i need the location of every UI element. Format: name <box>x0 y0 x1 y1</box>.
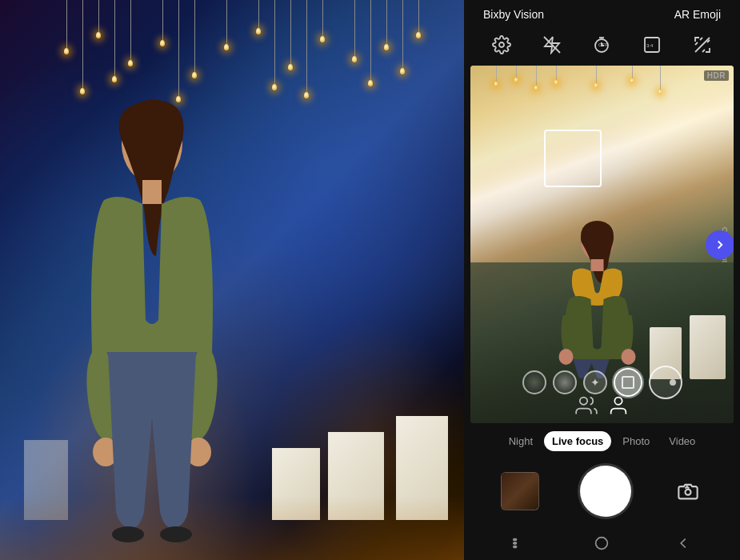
vf-photo-bg: HDR ✦ <box>470 66 734 423</box>
mode-night[interactable]: Night <box>501 431 541 451</box>
shutter-row <box>464 458 740 528</box>
svg-point-22 <box>579 398 586 405</box>
mode-photo[interactable]: Photo <box>614 431 658 451</box>
timer-off-icon: OFF <box>592 35 611 54</box>
flip-camera-icon <box>677 480 699 502</box>
hdr-badge: HDR <box>704 70 729 81</box>
svg-point-6 <box>499 42 504 47</box>
face-detection-box <box>544 130 602 187</box>
vf-pedestal-1 <box>690 315 726 379</box>
aspect-ratio-button[interactable]: 3:4 <box>638 30 666 59</box>
android-nav-bar <box>464 528 740 560</box>
recent-nav-icon <box>674 534 692 552</box>
vf-woman-figure <box>545 219 649 379</box>
mode-video[interactable]: Video <box>661 431 703 451</box>
svg-point-23 <box>614 398 622 405</box>
single-person-icon[interactable] <box>607 394 630 417</box>
svg-line-17 <box>702 50 705 52</box>
home-nav-icon <box>593 534 610 552</box>
svg-text:OFF: OFF <box>598 42 608 47</box>
flash-button[interactable] <box>538 30 566 59</box>
svg-point-31 <box>596 538 608 550</box>
effects-button[interactable] <box>688 30 717 59</box>
flip-camera-button[interactable] <box>672 475 704 507</box>
left-photo-bg <box>0 0 464 560</box>
svg-line-14 <box>695 42 698 45</box>
timer-button[interactable]: OFF <box>587 30 616 59</box>
svg-point-5 <box>160 526 192 542</box>
blur-option-1[interactable] <box>522 370 546 394</box>
aspect-ratio-icon: 3:4 <box>642 35 662 54</box>
bixby-vision-label[interactable]: Bixby Vision <box>483 8 544 21</box>
right-camera-panel: Bixby Vision AR Emoji OFF <box>464 0 740 560</box>
shutter-button[interactable] <box>580 466 631 517</box>
multiple-people-icon[interactable] <box>575 394 598 417</box>
settings-button[interactable] <box>487 30 516 59</box>
gear-icon <box>492 35 511 54</box>
svg-text:3:4: 3:4 <box>646 43 654 48</box>
svg-line-15 <box>700 38 702 40</box>
blur-option-2[interactable] <box>553 370 577 394</box>
svg-point-24 <box>685 490 690 495</box>
blur-option-4[interactable] <box>614 368 642 397</box>
flash-off-icon <box>542 35 562 54</box>
svg-rect-19 <box>590 259 603 271</box>
top-bar: Bixby Vision AR Emoji <box>464 0 740 27</box>
svg-line-13 <box>695 38 710 52</box>
mode-live-focus[interactable]: Live focus <box>544 431 611 451</box>
android-home-button[interactable] <box>593 534 610 552</box>
left-photo-panel <box>0 0 464 560</box>
woman-figure-left <box>40 96 264 560</box>
gallery-thumbnail[interactable] <box>501 472 539 510</box>
android-back-button[interactable] <box>512 534 530 552</box>
svg-point-4 <box>112 526 144 542</box>
people-icons-row <box>575 394 630 417</box>
svg-point-20 <box>558 349 573 365</box>
android-recent-button[interactable] <box>674 534 692 552</box>
ar-emoji-label[interactable]: AR Emoji <box>674 8 721 21</box>
blur-intensity-dial[interactable] <box>649 366 682 399</box>
next-arrow-button[interactable] <box>706 230 734 259</box>
camera-viewfinder: HDR ✦ <box>470 66 734 423</box>
magic-wand-icon <box>693 35 712 54</box>
blur-option-3[interactable]: ✦ <box>583 370 607 394</box>
svg-point-21 <box>621 349 635 365</box>
svg-rect-1 <box>142 180 162 204</box>
mode-selector: Night Live focus Photo Video <box>464 423 740 458</box>
back-nav-icon <box>512 534 530 552</box>
icon-bar: OFF 3:4 <box>464 27 740 66</box>
